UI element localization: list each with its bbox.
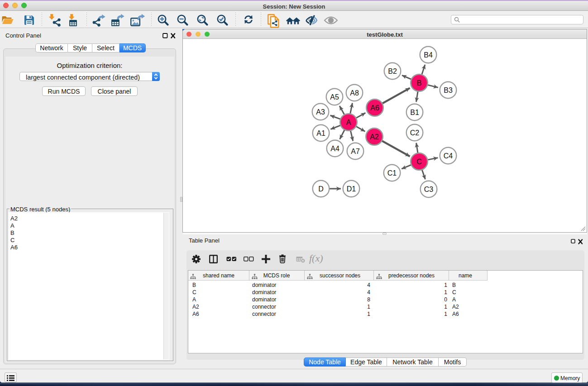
svg-text:A7: A7: [351, 148, 360, 155]
svg-text:D1: D1: [347, 185, 356, 193]
svg-text:C: C: [416, 158, 422, 166]
svg-text:C3: C3: [424, 186, 434, 193]
svg-text:A4: A4: [330, 145, 339, 152]
svg-text:C4: C4: [444, 152, 453, 160]
svg-text:C1: C1: [387, 169, 397, 177]
svg-text:B: B: [417, 79, 422, 87]
svg-text:A8: A8: [350, 89, 359, 97]
svg-text:A6: A6: [370, 104, 379, 112]
svg-text:B4: B4: [424, 51, 433, 59]
svg-text:D: D: [318, 185, 324, 193]
svg-text:B2: B2: [388, 67, 397, 75]
svg-text:B1: B1: [410, 109, 419, 116]
svg-text:A5: A5: [330, 93, 339, 101]
svg-text:A1: A1: [316, 129, 325, 137]
svg-text:A2: A2: [370, 133, 379, 141]
svg-text:C2: C2: [410, 129, 420, 137]
svg-text:A3: A3: [316, 108, 325, 116]
svg-text:B3: B3: [444, 86, 453, 94]
svg-text:A: A: [346, 119, 351, 126]
